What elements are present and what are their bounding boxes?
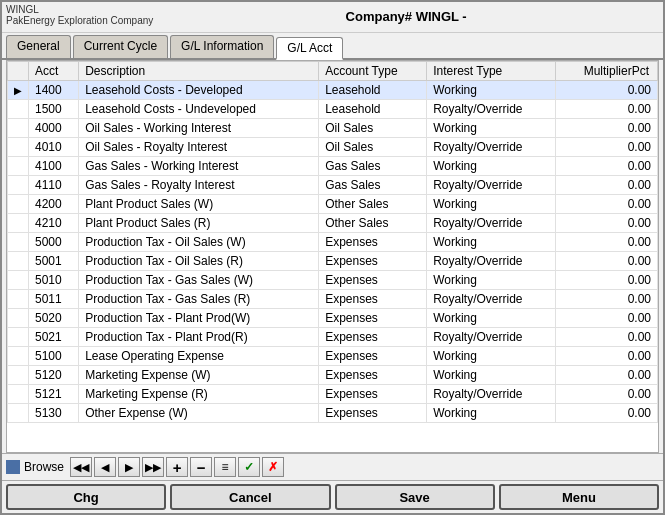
- row-arrow: [8, 271, 29, 290]
- confirm-btn[interactable]: ✓: [238, 457, 260, 477]
- row-desc: Other Expense (W): [79, 404, 319, 423]
- row-acct: 4110: [29, 176, 79, 195]
- chg-button[interactable]: Chg: [6, 484, 166, 510]
- row-mult: 0.00: [556, 309, 658, 328]
- company-info: WINGL PakEnergy Exploration Company: [6, 4, 153, 26]
- cancel-button[interactable]: Cancel: [170, 484, 330, 510]
- row-desc: Marketing Expense (W): [79, 366, 319, 385]
- remove-btn[interactable]: −: [190, 457, 212, 477]
- row-mult: 0.00: [556, 157, 658, 176]
- row-int-type: Working: [427, 119, 556, 138]
- row-int-type: Working: [427, 233, 556, 252]
- row-mult: 0.00: [556, 328, 658, 347]
- col-acct-type: Account Type: [319, 62, 427, 81]
- row-acct-type: Gas Sales: [319, 176, 427, 195]
- row-acct: 5011: [29, 290, 79, 309]
- row-arrow: [8, 252, 29, 271]
- row-arrow: [8, 119, 29, 138]
- row-mult: 0.00: [556, 138, 658, 157]
- row-mult: 0.00: [556, 271, 658, 290]
- table-row[interactable]: 4110Gas Sales - Royalty InterestGas Sale…: [8, 176, 658, 195]
- table-row[interactable]: 4200Plant Product Sales (W)Other SalesWo…: [8, 195, 658, 214]
- row-arrow: [8, 347, 29, 366]
- table-row[interactable]: 5120Marketing Expense (W)ExpensesWorking…: [8, 366, 658, 385]
- col-arrow: [8, 62, 29, 81]
- row-desc: Oil Sales - Working Interest: [79, 119, 319, 138]
- nav-last-btn[interactable]: ▶▶: [142, 457, 164, 477]
- add-btn[interactable]: +: [166, 457, 188, 477]
- row-desc: Marketing Expense (R): [79, 385, 319, 404]
- row-mult: 0.00: [556, 214, 658, 233]
- row-mult: 0.00: [556, 233, 658, 252]
- row-int-type: Royalty/Override: [427, 176, 556, 195]
- table-row[interactable]: 4210Plant Product Sales (R)Other SalesRo…: [8, 214, 658, 233]
- row-acct-type: Leasehold: [319, 100, 427, 119]
- row-int-type: Working: [427, 366, 556, 385]
- list-btn[interactable]: ≡: [214, 457, 236, 477]
- row-arrow: [8, 176, 29, 195]
- row-acct-type: Expenses: [319, 271, 427, 290]
- row-mult: 0.00: [556, 252, 658, 271]
- table-row[interactable]: 4100Gas Sales - Working InterestGas Sale…: [8, 157, 658, 176]
- row-acct: 4010: [29, 138, 79, 157]
- table-row[interactable]: 4000Oil Sales - Working InterestOil Sale…: [8, 119, 658, 138]
- row-int-type: Royalty/Override: [427, 138, 556, 157]
- row-int-type: Working: [427, 404, 556, 423]
- row-desc: Production Tax - Plant Prod(R): [79, 328, 319, 347]
- col-desc: Description: [79, 62, 319, 81]
- row-acct-type: Expenses: [319, 233, 427, 252]
- cancel-small-btn[interactable]: ✗: [262, 457, 284, 477]
- row-acct: 5001: [29, 252, 79, 271]
- row-int-type: Working: [427, 271, 556, 290]
- title-bar: WINGL PakEnergy Exploration Company Comp…: [2, 2, 663, 33]
- table-row[interactable]: 4010Oil Sales - Royalty InterestOil Sale…: [8, 138, 658, 157]
- table-row[interactable]: ▶1400Leasehold Costs - DevelopedLeasehol…: [8, 81, 658, 100]
- table-row[interactable]: 5121Marketing Expense (R)ExpensesRoyalty…: [8, 385, 658, 404]
- table-row[interactable]: 5001Production Tax - Oil Sales (R)Expens…: [8, 252, 658, 271]
- table-row[interactable]: 5130Other Expense (W)ExpensesWorking0.00: [8, 404, 658, 423]
- row-acct-type: Gas Sales: [319, 157, 427, 176]
- browse-label: Browse: [24, 460, 64, 474]
- nav-first-btn[interactable]: ◀◀: [70, 457, 92, 477]
- tab-gl-information[interactable]: G/L Information: [170, 35, 274, 58]
- row-acct: 4000: [29, 119, 79, 138]
- row-desc: Gas Sales - Working Interest: [79, 157, 319, 176]
- nav-next-btn[interactable]: ▶: [118, 457, 140, 477]
- company-code: WINGL: [6, 4, 153, 15]
- row-int-type: Royalty/Override: [427, 328, 556, 347]
- row-acct: 5000: [29, 233, 79, 252]
- table-row[interactable]: 5000Production Tax - Oil Sales (W)Expens…: [8, 233, 658, 252]
- table-body: ▶1400Leasehold Costs - DevelopedLeasehol…: [8, 81, 658, 423]
- table-row[interactable]: 5100Lease Operating ExpenseExpensesWorki…: [8, 347, 658, 366]
- row-mult: 0.00: [556, 100, 658, 119]
- tab-general[interactable]: General: [6, 35, 71, 58]
- table-row[interactable]: 5010Production Tax - Gas Sales (W)Expens…: [8, 271, 658, 290]
- data-table-container[interactable]: Acct Description Account Type Interest T…: [6, 60, 659, 453]
- row-acct-type: Expenses: [319, 347, 427, 366]
- row-desc: Lease Operating Expense: [79, 347, 319, 366]
- row-mult: 0.00: [556, 385, 658, 404]
- table-row[interactable]: 5011Production Tax - Gas Sales (R)Expens…: [8, 290, 658, 309]
- row-desc: Production Tax - Plant Prod(W): [79, 309, 319, 328]
- menu-button[interactable]: Menu: [499, 484, 659, 510]
- row-int-type: Working: [427, 309, 556, 328]
- table-row[interactable]: 5021Production Tax - Plant Prod(R)Expens…: [8, 328, 658, 347]
- row-mult: 0.00: [556, 81, 658, 100]
- save-button[interactable]: Save: [335, 484, 495, 510]
- col-int-type: Interest Type: [427, 62, 556, 81]
- row-acct: 5010: [29, 271, 79, 290]
- bottom-nav-bar: Browse ◀◀ ◀ ▶ ▶▶ + − ≡ ✓ ✗: [2, 453, 663, 480]
- table-row[interactable]: 5020Production Tax - Plant Prod(W)Expens…: [8, 309, 658, 328]
- row-arrow: [8, 309, 29, 328]
- tab-gl-acct[interactable]: G/L Acct: [276, 37, 343, 60]
- col-mult: MultiplierPct: [556, 62, 658, 81]
- row-mult: 0.00: [556, 119, 658, 138]
- row-acct: 4100: [29, 157, 79, 176]
- row-arrow: [8, 214, 29, 233]
- tab-current-cycle[interactable]: Current Cycle: [73, 35, 168, 58]
- row-arrow: [8, 100, 29, 119]
- row-desc: Production Tax - Gas Sales (R): [79, 290, 319, 309]
- nav-prev-btn[interactable]: ◀: [94, 457, 116, 477]
- row-arrow: [8, 366, 29, 385]
- table-row[interactable]: 1500Leasehold Costs - UndevelopedLeaseho…: [8, 100, 658, 119]
